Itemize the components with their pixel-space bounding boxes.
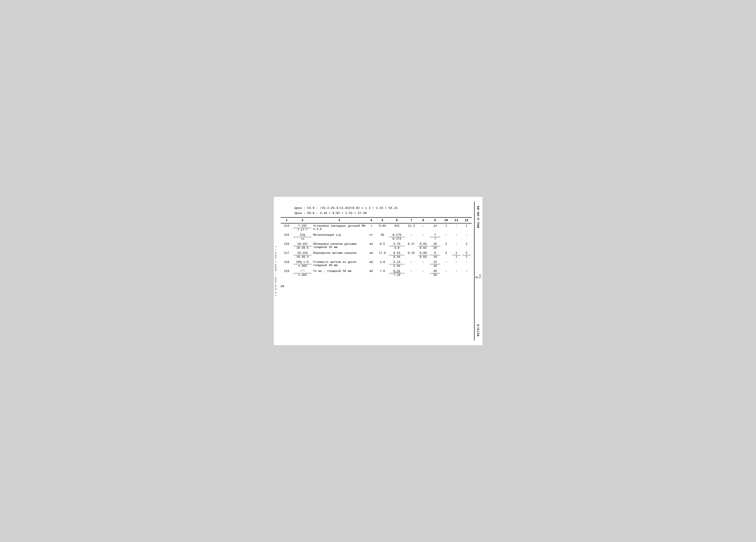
row-216-col3: Облицовка каналов досками толщиной 35 мм (312, 242, 366, 251)
row-215-col5: 40 (376, 233, 388, 242)
row-218-col3: Стоимость шитков из досок толщиной 40 мм (312, 260, 366, 269)
row-216-col11: – (451, 242, 461, 251)
row-217-col10: 3 (441, 251, 451, 260)
row-216-col6: 2.76 3.0 (388, 242, 405, 251)
row-218-col6-top: 5.14 (389, 261, 405, 264)
side-text-top: 801-2-60.85 (477, 206, 480, 228)
row-214-col7: 21.3 (405, 223, 417, 233)
side-text-middle: Ш 53 (475, 274, 482, 278)
row-219-col6-top: 6.31 (389, 270, 405, 273)
row-219-col7: – (405, 269, 417, 278)
row-217-col2-bot: 10-36-3 (296, 255, 309, 259)
row-215-col2: ССЦ то (293, 233, 313, 242)
row-214-col2: 7-29I 7-17-7 (293, 223, 313, 233)
row-219-col9-bot: 56 (433, 273, 437, 277)
row-216-col6-top: 2.76 (389, 242, 405, 246)
row-214-col8: – (417, 223, 429, 233)
main-table: 1 2 3 4 5 6 7 8 9 10 11 12 (281, 217, 472, 278)
main-content: Цена : 54.9 – /33.3-29.3/х1.015+0.92 х х… (278, 201, 474, 341)
row-216-col2-bot: 10-36-5 (296, 246, 309, 250)
row-218-col7: – (405, 260, 417, 269)
header-col-2: 2 (293, 217, 313, 223)
row-214-col10: I (441, 223, 451, 233)
row-218-col9-bot: 18 (433, 264, 437, 268)
row-214-col5: 0.04 (376, 223, 388, 233)
row-215-col8: – (417, 233, 429, 242)
row-217-col4: м2 (366, 251, 376, 260)
row-215-col11: – (451, 233, 461, 242)
row-217-col11-top: 2 (452, 252, 461, 255)
row-217-col3: Перекрытие шитами каналов (312, 251, 366, 260)
row-216-col9: 26 29 (429, 242, 441, 251)
row-214-col11: – (451, 223, 461, 233)
row-219-col6: 6.31 7.19 (388, 269, 405, 278)
row-217-col6-bot: 0.56 (393, 255, 400, 259)
header-col-10: 10 (441, 217, 451, 223)
header-col-8: 8 (417, 217, 429, 223)
row-217-col11-bot: I (456, 255, 457, 259)
row-216-col7: 0.17 (405, 242, 417, 251)
row-217-col8-bot: 0.03 (420, 255, 427, 259)
row-219-col2: –"– п.404 (293, 269, 313, 278)
row-216-col6-bot: 3.0 (394, 246, 399, 250)
page: к ф цПТИ 0000 г. Д0000 з 70025 т 1 Цена … (274, 197, 482, 345)
row-216-col1: 216 (281, 242, 293, 251)
row-216-col9-bot: 29 (433, 246, 437, 250)
table-container: 1 2 3 4 5 6 7 8 9 10 11 12 (281, 217, 472, 278)
row-219-col3: То же , толщиной 50 мм (312, 269, 366, 278)
row-218-col5: 3.0 (376, 260, 388, 269)
row-216-col12: 2 (461, 242, 472, 251)
row-217-col8: 0.09 0.03 (417, 251, 429, 260)
row-217-col7: 0.15 (405, 251, 417, 260)
row-215-col7: – (405, 233, 417, 242)
row-216-col2-top: 10-197 (293, 242, 312, 246)
row-218-col11: – (451, 260, 461, 269)
table-row: 217 10-193 10-36-3 Перекрытие шитами кан… (281, 251, 472, 260)
row-216-col4: м2 (366, 242, 376, 251)
row-216-col10: 2 (441, 242, 451, 251)
row-218-col8: – (417, 260, 429, 269)
row-214-col2-bot: 7-17-7 (297, 228, 308, 232)
row-216-col9-top: 26 (430, 242, 440, 246)
formula-1: Цена : 54.9 – /33.3-29.3/х1.015+0.92 х х… (295, 206, 472, 211)
row-217-col6: 0.54 0.56 (388, 251, 405, 260)
row-217-col1: 217 (281, 251, 293, 260)
header-col-11: 11 (451, 217, 461, 223)
row-217-col9-bot: 10 (433, 255, 437, 259)
header-col-9: 9 (429, 217, 441, 223)
row-219-col12: – (461, 269, 472, 278)
header-col-1: 1 (281, 217, 293, 223)
header-col-7: 7 (405, 217, 417, 223)
row-218-col9-top: 15 (430, 261, 440, 264)
row-217-col12-top: 5 (462, 252, 471, 255)
row-219-col2-bot: п.404 (298, 273, 307, 277)
row-217-col12-bot: I (466, 255, 468, 259)
left-side-text: к ф цПТИ 0000 г. Д0000 з 70025 т 1 (275, 246, 277, 296)
header-col-5: 5 (376, 217, 388, 223)
table-row: 216 10-197 10-36-5 Облицовка каналов дос… (281, 242, 472, 251)
row-219-col11: – (451, 269, 461, 278)
header-col-12: 12 (461, 217, 472, 223)
row-216-col2: 10-197 10-36-5 (293, 242, 313, 251)
row-215-col6-top: 0.178 (389, 233, 405, 237)
table-header-row: 1 2 3 4 5 6 7 8 9 10 11 12 (281, 217, 472, 223)
row-214-col2-top: 7-29I (293, 224, 312, 228)
header-col-4: 4 (366, 217, 376, 223)
row-218-col10: – (441, 260, 451, 269)
row-215-col6: 0.178 0.173 (388, 233, 405, 242)
row-216-col8-top: 0.05 (418, 242, 428, 246)
row-217-col9-top: 9 (430, 252, 440, 255)
table-row: 214 7-29I 7-17-7 Установка закладных дет… (281, 223, 472, 233)
row-218-col12: – (461, 260, 472, 269)
row-217-col6-top: 0.54 (389, 252, 405, 255)
row-219-col6-bot: 7.19 (393, 273, 400, 277)
row-215-col9-bot: 7 (434, 237, 436, 241)
row-217-col9: 9 10 (429, 251, 441, 260)
row-218-col2-bot: п.403 (298, 264, 307, 268)
row-218-col2-top: СРЦ ч.П (293, 261, 312, 264)
row-215-col4: кг (366, 233, 376, 242)
row-219-col8: – (417, 269, 429, 278)
row-215-col10: – (441, 233, 451, 242)
row-214-col1: 214 (281, 223, 293, 233)
row-219-col5: 7.8 (376, 269, 388, 278)
